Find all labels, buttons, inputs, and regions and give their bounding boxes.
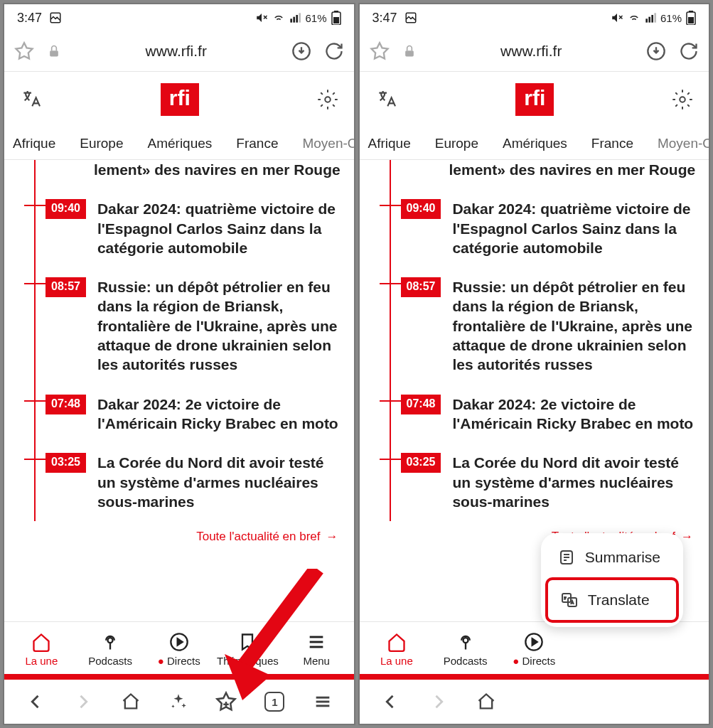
nav-podcasts[interactable]: Podcasts (431, 632, 500, 667)
nav-menu[interactable]: Menu (282, 632, 351, 667)
site-bottom-nav: La une Podcasts ● Directs Thématiques Me… (4, 621, 354, 674)
battery-icon (686, 11, 696, 25)
tabs-button[interactable]: 1 (264, 692, 284, 712)
news-item[interactable]: 07:48 Dakar 2024: 2e victoire de l'Améri… (37, 385, 341, 444)
favorites-button[interactable] (215, 691, 237, 712)
news-time: 09:40 (45, 199, 86, 219)
bookmark-star-icon[interactable] (14, 41, 34, 61)
more-news-label: Toute l'actualité en bref (196, 530, 320, 544)
podcast-icon (456, 632, 476, 652)
ai-sparkle-button[interactable] (169, 692, 188, 711)
browser-address-bar: www.rfi.fr (360, 31, 709, 71)
back-button[interactable] (380, 692, 400, 712)
lock-icon[interactable] (47, 44, 61, 58)
nav-label: Thématiques (217, 655, 279, 667)
svg-rect-4 (294, 17, 296, 23)
rfi-logo[interactable]: rfi (161, 83, 199, 116)
phone-right: 3:47 61% www.rfi.fr rfi Afrique Europe A… (358, 3, 711, 725)
bookmark-star-icon[interactable] (370, 41, 390, 61)
news-time: 07:48 (45, 395, 86, 414)
podcast-icon (100, 632, 120, 652)
news-headline: Dakar 2024: 2e victoire de l'Américain R… (452, 395, 696, 434)
home-button[interactable] (476, 692, 496, 712)
summarise-option[interactable]: Summarise (545, 537, 679, 577)
arrow-right-icon: → (681, 530, 693, 544)
nav-podcasts[interactable]: Podcasts (76, 632, 145, 667)
nav-laune[interactable]: La une (7, 632, 76, 667)
news-item[interactable]: 09:40 Dakar 2024: quatrième victoire de … (37, 189, 341, 267)
news-headline: Dakar 2024: quatrième victoire de l'Espa… (97, 199, 341, 257)
mute-icon (611, 11, 623, 24)
wifi-icon (272, 11, 285, 24)
popup-label: Translate (588, 592, 650, 609)
category-europe[interactable]: Europe (435, 136, 478, 151)
browser-menu-button[interactable] (313, 692, 333, 712)
category-bar[interactable]: Afrique Europe Amériques France Moyen-Or… (360, 127, 709, 160)
news-item[interactable]: 03:25 La Corée du Nord dit avoir testé u… (37, 443, 341, 521)
more-news-link[interactable]: Toute l'actualité en bref → (24, 521, 341, 558)
news-item[interactable]: 08:57 Russie: un dépôt pétrolier en feu … (37, 267, 341, 384)
popup-label: Summarise (585, 549, 660, 566)
hamburger-icon (306, 632, 326, 652)
back-button[interactable] (26, 692, 45, 712)
battery-percent: 61% (660, 12, 682, 24)
news-item[interactable]: 08:57 Russie: un dépôt pétrolier en feu … (392, 267, 697, 384)
reload-icon[interactable] (679, 41, 699, 61)
site-header: rfi (360, 72, 709, 127)
download-icon[interactable] (646, 41, 666, 61)
category-moyen-orient[interactable]: Moyen-Orient (658, 136, 709, 151)
svg-rect-3 (291, 18, 293, 22)
address-url[interactable]: www.rfi.fr (74, 43, 279, 60)
translate-option[interactable]: Translate (545, 577, 679, 623)
category-ameriques[interactable]: Amériques (503, 136, 567, 151)
category-france[interactable]: France (591, 136, 633, 151)
home-button[interactable] (121, 692, 141, 712)
nav-directs[interactable]: ● Directs (144, 632, 213, 667)
screenshot-indicator-icon (49, 11, 62, 24)
svg-rect-29 (654, 13, 656, 22)
battery-percent: 61% (305, 12, 326, 24)
news-item[interactable]: 07:48 Dakar 2024: 2e victoire de l'Améri… (392, 385, 697, 444)
category-europe[interactable]: Europe (80, 136, 123, 151)
settings-gear-icon[interactable] (672, 89, 693, 110)
news-content[interactable]: lement» des navires en mer Rouge 09:40 D… (4, 160, 354, 621)
rfi-logo[interactable]: rfi (515, 83, 554, 116)
category-afrique[interactable]: Afrique (13, 136, 55, 151)
news-headline: La Corée du Nord dit avoir testé un syst… (97, 453, 341, 511)
nav-label: La une (380, 655, 413, 667)
category-ameriques[interactable]: Amériques (147, 136, 212, 151)
reload-icon[interactable] (324, 41, 344, 61)
translate-site-icon[interactable] (375, 88, 398, 111)
category-bar[interactable]: Afrique Europe Amériques France Moyen-Or… (4, 127, 354, 160)
lock-icon[interactable] (402, 44, 417, 58)
news-item[interactable]: lement» des navires en mer Rouge (37, 160, 341, 189)
address-url[interactable]: www.rfi.fr (429, 43, 634, 60)
news-time: 08:57 (45, 277, 86, 297)
news-item[interactable]: lement» des navires en mer Rouge (392, 160, 697, 189)
nav-laune[interactable]: La une (363, 632, 431, 667)
nav-label: ● Directs (513, 655, 555, 667)
status-time: 3:47 (17, 11, 42, 26)
news-time: 03:25 (45, 453, 86, 473)
svg-point-36 (463, 638, 468, 643)
svg-point-13 (108, 638, 113, 643)
category-afrique[interactable]: Afrique (368, 136, 411, 151)
wifi-icon (628, 11, 640, 24)
nav-thematiques[interactable]: Thématiques (213, 632, 282, 667)
news-item[interactable]: 03:25 La Corée du Nord dit avoir testé u… (392, 443, 697, 521)
category-france[interactable]: France (236, 136, 278, 151)
play-icon (524, 632, 544, 652)
svg-rect-26 (645, 18, 648, 22)
forward-button (73, 692, 93, 712)
settings-gear-icon[interactable] (317, 89, 338, 110)
category-moyen-orient[interactable]: Moyen-Orient (302, 136, 353, 151)
tab-count: 1 (264, 692, 284, 712)
translate-site-icon[interactable] (20, 88, 43, 111)
screenshot-indicator-icon (404, 11, 417, 24)
nav-directs[interactable]: ● Directs (500, 632, 569, 667)
news-headline: Russie: un dépôt pétrolier en feu dans l… (452, 277, 696, 374)
home-icon (387, 632, 407, 652)
news-item[interactable]: 09:40 Dakar 2024: quatrième victoire de … (392, 189, 697, 267)
download-icon[interactable] (291, 41, 311, 61)
home-icon (31, 632, 51, 652)
